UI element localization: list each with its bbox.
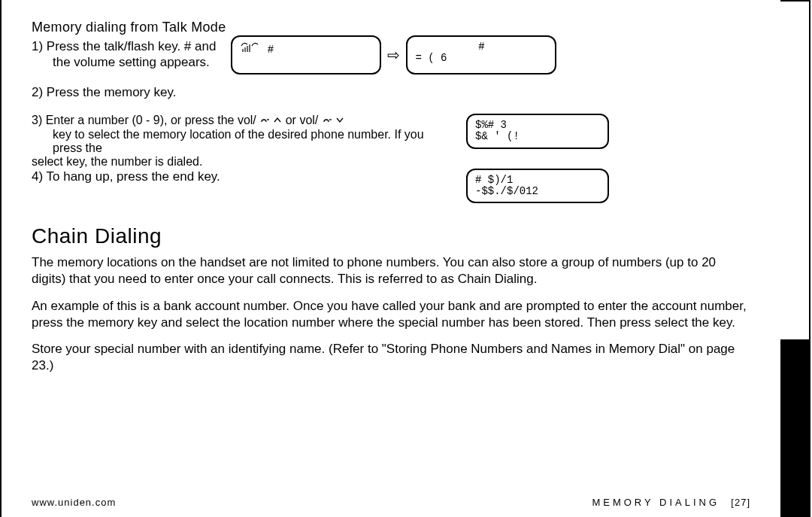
lcd-dialing-l1: # $)/1 <box>475 175 600 186</box>
step3-range: 0 - 9 <box>136 114 160 126</box>
step1-text-b: key. # and <box>158 39 216 53</box>
chain-p2-c: the key. <box>692 315 735 330</box>
lcd-dialing-l2: -$$./$/012 <box>475 186 600 197</box>
step4-text-a: 4) To hang up, press the <box>32 169 169 184</box>
step2-key: memory <box>104 85 150 99</box>
step4-key: end <box>173 169 194 184</box>
step3-text-a: 3) Enter a number ( <box>32 114 136 126</box>
step3-text-e: key, the number is dialed. <box>66 155 202 168</box>
lcd-talk-text: # <box>268 44 274 56</box>
step1-text-a: 1) Press the <box>32 39 101 53</box>
manual-page: Memory dialing from Talk Mode 1) Press t… <box>0 0 782 517</box>
arrow-right-icon: ⇨ <box>387 46 400 64</box>
thumb-tab-black <box>780 341 810 517</box>
lcd-memory-l1: $%# 3 <box>475 120 600 131</box>
lcd-memory-l2: $& ' (! <box>475 131 600 142</box>
step4-text-b: key. <box>198 169 220 184</box>
step2: 2) Press the memory key. <box>32 84 453 100</box>
bell-ring-up-icon <box>259 114 282 128</box>
lcd-volume-l2: = ( 6 <box>415 53 547 64</box>
lcd-volume-l1: # <box>415 41 547 53</box>
lcd-volume: # = ( 6 <box>406 35 556 75</box>
chain-p2-b: key and select the location number where… <box>138 315 651 330</box>
chain-p2: An example of this is a bank account num… <box>32 298 753 331</box>
signal-icon <box>240 41 261 58</box>
step4-block: 4) To hang up, press the end key. # $)/1… <box>32 169 758 204</box>
step1-block: 1) Press the talk/flash key. # and the v… <box>32 38 758 84</box>
chain-dialing-title: Chain Dialing <box>32 224 758 248</box>
step3-key1: vol/ <box>238 114 256 126</box>
lcd-dialing: # $)/1 -$$./$/012 <box>466 169 609 204</box>
chain-p1: The memory locations on the handset are … <box>32 254 753 287</box>
step3-key2: select <box>32 155 63 168</box>
talk-mode-heading: Memory dialing from Talk Mode <box>32 20 758 35</box>
chain-p2-key1: memory <box>88 315 134 330</box>
bell-ring-down-icon <box>322 114 344 128</box>
thumb-tab-white <box>780 0 810 341</box>
footer-section-name: MEMORY DIALING <box>592 497 720 508</box>
chain-p3: Store your special number with an identi… <box>32 341 753 374</box>
step2-text-b: key. <box>154 85 177 99</box>
step3-text-b: ), or press the <box>160 114 235 126</box>
step3-block: 3) Enter a number (0 - 9), or press the … <box>32 114 758 169</box>
step3: 3) Enter a number (0 - 9), or press the … <box>32 114 453 169</box>
page-footer: www.uniden.com MEMORY DIALING [27] <box>32 497 750 508</box>
lcd-talk: # <box>231 35 381 75</box>
footer-page-number: [27] <box>731 497 750 508</box>
step3-text-c: or vol/ <box>286 114 319 126</box>
step4: 4) To hang up, press the end key. <box>32 169 453 184</box>
step1-key: talk/flash <box>104 39 154 53</box>
step3-text-d: key to select the memory location of the… <box>32 128 453 155</box>
step1-text-c: the volume setting appears. <box>32 54 210 70</box>
step1: 1) Press the talk/flash key. # and the v… <box>32 38 216 71</box>
step2-text-a: 2) Press the <box>32 85 101 99</box>
footer-url: www.uniden.com <box>32 497 116 508</box>
lcd-row: # ⇨ # = ( 6 <box>231 35 556 75</box>
lcd-memory: $%# 3 $& ' (! <box>466 114 609 149</box>
footer-section: MEMORY DIALING [27] <box>592 497 750 508</box>
chain-p2-key2: select <box>654 315 687 330</box>
thumb-tab <box>780 0 810 517</box>
